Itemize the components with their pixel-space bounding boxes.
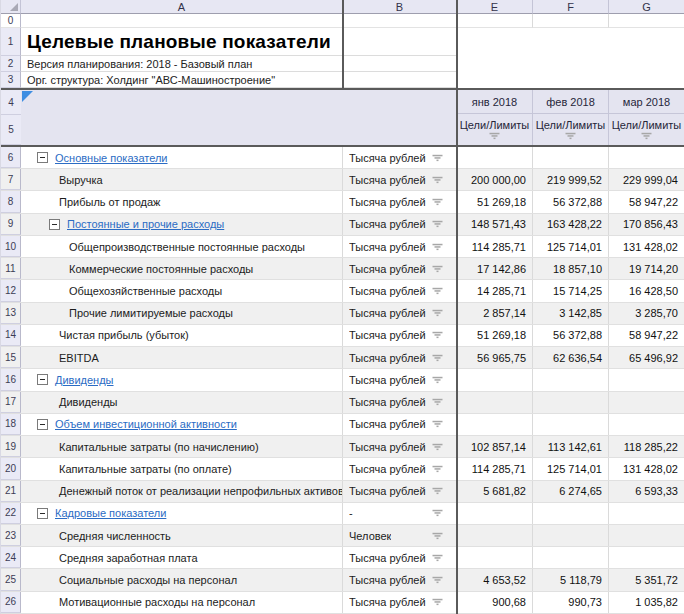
value-cell-feb[interactable]: 56 372,88 [533,191,609,212]
value-cell-jan[interactable] [457,147,533,168]
row-header[interactable]: 25 [1,569,21,590]
row-header[interactable]: 7 [1,169,21,190]
filter-icon[interactable] [432,309,443,317]
unit-cell[interactable]: Тысяча рублей [343,392,457,413]
unit-cell[interactable]: Тысяча рублей [343,347,457,368]
column-header-b[interactable]: B [343,0,457,14]
filter-icon[interactable] [432,243,443,251]
unit-cell[interactable]: Тысяча рублей [343,147,457,168]
indicator-cell[interactable]: Прибыль от продаж [21,191,343,212]
indicator-cell[interactable]: Общепроизводственные постоянные расходы [21,236,343,257]
row-header[interactable]: 20 [1,458,21,479]
group-link[interactable]: Дивиденды [55,374,114,386]
value-cell-mar[interactable]: 118 285,22 [609,436,684,457]
indicator-cell[interactable]: Денежный поток от реализации непрофильны… [21,481,343,502]
row-header[interactable]: 14 [1,325,21,346]
value-cell-feb[interactable]: 18 857,10 [533,258,609,279]
row-header-5[interactable]: 5 [1,115,22,145]
indicator-cell[interactable]: Социальные расходы на персонал [21,569,343,590]
value-cell-jan[interactable]: 51 269,18 [457,191,533,212]
value-cell-mar[interactable]: 131 428,02 [609,236,684,257]
collapse-icon[interactable] [37,508,48,519]
filter-icon[interactable] [432,532,443,540]
value-cell-feb[interactable]: 990,73 [533,592,609,613]
unit-cell[interactable]: Тысяча рублей [343,169,457,190]
collapse-icon[interactable] [37,374,48,385]
filter-icon[interactable] [432,176,443,184]
value-cell-feb[interactable] [533,147,609,168]
row-header[interactable]: 22 [1,503,21,524]
filter-icon[interactable] [432,509,443,517]
empty-cell[interactable] [343,14,457,28]
value-cell-jan[interactable]: 4 653,52 [457,569,533,590]
filter-icon[interactable] [432,443,443,451]
row-header[interactable]: 19 [1,436,21,457]
value-cell-jan[interactable]: 114 285,71 [457,236,533,257]
unit-cell[interactable]: - [343,503,457,524]
value-cell-jan[interactable] [457,525,533,546]
unit-cell[interactable]: Тысяча рублей [343,191,457,212]
value-cell-mar[interactable] [609,547,684,568]
filter-icon[interactable] [432,154,443,162]
row-header[interactable]: 21 [1,481,21,502]
month-header-jan[interactable]: янв 2018 [457,90,533,114]
value-cell-jan[interactable]: 56 965,75 [457,347,533,368]
row-header[interactable]: 9 [1,214,21,235]
column-header-e[interactable]: E [457,0,533,14]
value-cell-feb[interactable]: 125 714,01 [533,236,609,257]
value-cell-jan[interactable]: 114 285,71 [457,458,533,479]
indicator-cell[interactable]: Дивиденды [21,369,343,390]
org-structure-cell[interactable]: Орг. структура: Холдинг "АВС-Машинострое… [21,72,457,88]
row-header[interactable]: 11 [1,258,21,279]
month-header-mar[interactable]: мар 2018 [609,90,684,114]
value-cell-jan[interactable] [457,547,533,568]
value-cell-mar[interactable]: 131 428,02 [609,458,684,479]
header-corner-cell[interactable] [21,90,457,145]
value-cell-feb[interactable] [533,414,609,435]
indicator-cell[interactable]: Чистая прибыль (убыток) [21,325,343,346]
value-cell-mar[interactable]: 229 999,04 [609,169,684,190]
value-cell-mar[interactable] [609,503,684,524]
value-cell-feb[interactable] [533,369,609,390]
value-cell-mar[interactable] [609,414,684,435]
value-cell-jan[interactable]: 2 857,14 [457,303,533,324]
value-cell-jan[interactable]: 5 681,82 [457,481,533,502]
indicator-cell[interactable]: Общехозяйственные расходы [21,280,343,301]
value-cell-jan[interactable]: 900,68 [457,592,533,613]
filter-icon[interactable] [565,132,576,140]
title-cell[interactable]: Целевые плановые показатели [21,28,457,56]
value-cell-mar[interactable]: 170 856,43 [609,214,684,235]
value-cell-feb[interactable] [533,547,609,568]
value-cell-feb[interactable]: 5 118,79 [533,569,609,590]
value-cell-feb[interactable] [533,503,609,524]
empty-cell[interactable] [609,14,684,28]
filter-icon[interactable] [432,598,443,606]
indicator-cell[interactable]: Дивиденды [21,392,343,413]
group-link[interactable]: Постоянные и прочие расходы [67,218,224,230]
filter-icon[interactable] [432,265,443,273]
unit-cell[interactable]: Тысяча рублей [343,458,457,479]
filter-icon[interactable] [641,132,652,140]
group-link[interactable]: Кадровые показатели [55,507,166,519]
unit-cell[interactable]: Тысяча рублей [343,236,457,257]
row-header-1[interactable]: 1 [1,28,21,56]
row-header[interactable]: 26 [1,592,21,613]
value-cell-mar[interactable]: 65 496,92 [609,347,684,368]
indicator-cell[interactable]: Капитальные затраты (по оплате) [21,458,343,479]
indicator-cell[interactable]: Коммерческие постоянные расходы [21,258,343,279]
filter-icon[interactable] [489,132,500,140]
row-header[interactable]: 18 [1,414,21,435]
filter-icon[interactable] [432,398,443,406]
value-cell-jan[interactable] [457,503,533,524]
row-header[interactable]: 15 [1,347,21,368]
row-header[interactable]: 12 [1,280,21,301]
filter-icon[interactable] [432,354,443,362]
filter-icon[interactable] [432,220,443,228]
value-cell-feb[interactable] [533,392,609,413]
indicator-cell[interactable]: Средняя заработная плата [21,547,343,568]
row-header[interactable]: 13 [1,303,21,324]
value-cell-mar[interactable]: 19 714,20 [609,258,684,279]
value-cell-feb[interactable]: 15 714,25 [533,280,609,301]
value-cell-jan[interactable]: 17 142,86 [457,258,533,279]
measure-header[interactable]: Цели/Лимиты [609,114,684,145]
